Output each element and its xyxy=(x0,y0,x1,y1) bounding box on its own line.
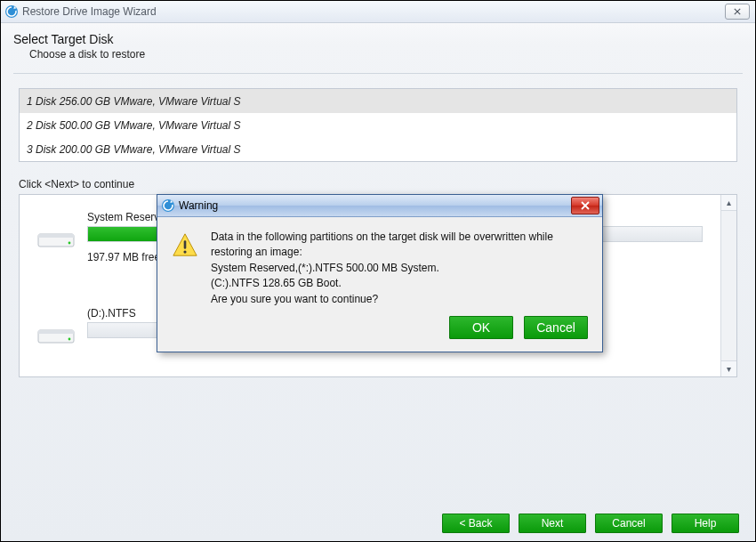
app-icon xyxy=(4,4,19,19)
app-icon xyxy=(161,198,175,213)
scroll-down-icon[interactable]: ▾ xyxy=(721,360,736,376)
disk-list: 1 Disk 256.00 GB VMware, VMware Virtual … xyxy=(19,88,737,162)
disk-row[interactable]: 2 Disk 500.00 GB VMware, VMware Virtual … xyxy=(20,113,736,137)
window-title: Restore Drive Image Wizard xyxy=(19,5,725,18)
dialog-line: (C:).NTFS 128.65 GB Boot. xyxy=(211,276,588,291)
window-close-button[interactable] xyxy=(725,4,750,20)
continue-hint: Click <Next> to continue xyxy=(19,178,755,190)
dialog-line: System Reserved,(*:).NTFS 500.00 MB Syst… xyxy=(211,261,588,276)
wizard-footer: < Back Next Cancel Help xyxy=(1,506,755,541)
dialog-line: Are you sure you want to continue? xyxy=(211,292,588,307)
back-button[interactable]: < Back xyxy=(442,514,510,533)
dialog-cancel-button[interactable]: Cancel xyxy=(524,316,588,339)
dialog-message: Data in the following partitions on the … xyxy=(211,230,588,307)
dialog-title: Warning xyxy=(175,199,571,212)
wizard-header: Select Target Disk Choose a disk to rest… xyxy=(1,23,755,66)
drive-icon xyxy=(37,227,75,252)
dialog-buttons: OK Cancel xyxy=(157,316,602,352)
page-subtitle: Choose a disk to restore xyxy=(29,48,743,61)
dialog-body: Data in the following partitions on the … xyxy=(157,217,602,316)
scrollbar[interactable]: ▴ ▾ xyxy=(720,195,736,376)
next-button[interactable]: Next xyxy=(519,514,586,533)
warning-dialog: Warning Data in the following partitions… xyxy=(157,194,603,352)
warning-icon xyxy=(172,231,198,258)
svg-rect-8 xyxy=(38,330,74,334)
svg-point-3 xyxy=(68,242,71,245)
disk-row[interactable]: 1 Disk 256.00 GB VMware, VMware Virtual … xyxy=(20,89,736,113)
dialog-titlebar: Warning xyxy=(157,195,602,217)
ok-button[interactable]: OK xyxy=(449,316,513,339)
svg-rect-11 xyxy=(184,240,187,248)
titlebar: Restore Drive Image Wizard xyxy=(1,1,755,23)
svg-point-12 xyxy=(183,250,186,253)
svg-rect-2 xyxy=(38,234,74,238)
scroll-up-icon[interactable]: ▴ xyxy=(721,195,736,211)
divider xyxy=(13,73,743,74)
dialog-close-button[interactable] xyxy=(571,197,599,214)
disk-row[interactable]: 3 Disk 200.00 GB VMware, VMware Virtual … xyxy=(20,137,736,161)
dialog-line: Data in the following partitions on the … xyxy=(211,230,588,261)
drive-icon xyxy=(37,323,75,348)
page-title: Select Target Disk xyxy=(13,32,743,46)
wizard-window: Restore Drive Image Wizard Select Target… xyxy=(0,0,756,542)
help-button[interactable]: Help xyxy=(672,514,739,533)
cancel-button[interactable]: Cancel xyxy=(595,514,663,533)
svg-point-9 xyxy=(68,337,71,340)
